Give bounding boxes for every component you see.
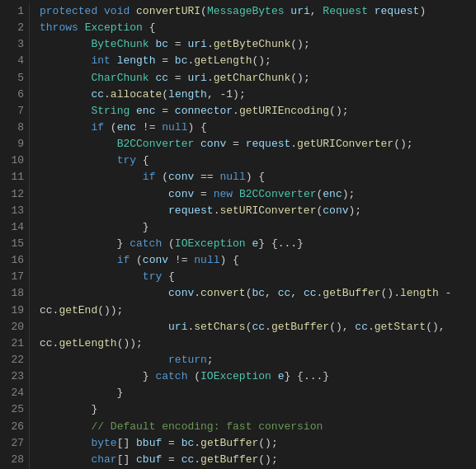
method-token: length bbox=[400, 287, 439, 299]
kw-token: null bbox=[219, 171, 245, 183]
plain-token bbox=[130, 5, 136, 17]
var-token: conv bbox=[168, 188, 194, 200]
code-line: } bbox=[40, 385, 469, 401]
plain-token: ) { bbox=[220, 254, 239, 266]
plain-token: = bbox=[162, 437, 181, 449]
method-token: getLength bbox=[59, 337, 116, 349]
plain-token: . bbox=[104, 88, 111, 101]
var-token: conv bbox=[168, 171, 194, 183]
method-token: getLength bbox=[194, 54, 252, 67]
code-line: } bbox=[40, 219, 469, 236]
plain-token: ) { bbox=[187, 121, 206, 134]
plain-token: , bbox=[265, 287, 278, 299]
plain-token: , bbox=[310, 5, 323, 17]
plain-token bbox=[97, 5, 104, 17]
var-token: cbuf bbox=[136, 453, 162, 466]
line-number: 7 bbox=[5, 103, 24, 120]
plain-token bbox=[40, 188, 168, 200]
var-token: e bbox=[278, 370, 285, 382]
plain-token bbox=[40, 154, 117, 166]
line-number: 13 bbox=[5, 203, 24, 219]
var-token: connector bbox=[175, 105, 233, 117]
plain-token: { bbox=[143, 21, 156, 34]
plain-token: , bbox=[290, 287, 304, 299]
plain-token: (), bbox=[329, 321, 355, 333]
kw-token: throws bbox=[40, 21, 78, 34]
code-line: return; bbox=[40, 352, 469, 368]
plain-token bbox=[40, 254, 117, 266]
type-token: B2CConverter bbox=[117, 138, 195, 150]
code-line: char[] cbuf = cc.getBuffer(); bbox=[40, 452, 469, 468]
line-number: 20 bbox=[5, 319, 24, 335]
code-line: if (conv == null) { bbox=[40, 169, 469, 185]
plain-token: (); bbox=[329, 105, 348, 117]
line-number: 8 bbox=[5, 120, 24, 136]
plain-token bbox=[40, 204, 168, 217]
type-token: MessageBytes bbox=[207, 5, 285, 17]
plain-token bbox=[40, 54, 91, 67]
var-token: length bbox=[117, 54, 156, 67]
line-number: 4 bbox=[5, 53, 24, 69]
var-token: cc bbox=[278, 287, 291, 299]
line-number-gutter: 1234567891011121314151617181920212223242… bbox=[0, 3, 30, 469]
var-token: uri bbox=[290, 5, 309, 17]
var-token: uri bbox=[187, 72, 206, 84]
code-line: if (enc != null) { bbox=[40, 120, 469, 136]
line-number: 24 bbox=[5, 385, 24, 401]
code-line: B2CConverter conv = request.getURIConver… bbox=[40, 136, 469, 152]
var-token: bc bbox=[155, 38, 168, 50]
kw-token: try bbox=[143, 270, 162, 283]
plain-token: (); bbox=[290, 38, 309, 50]
comment-token: // Default encoding: fast conversion bbox=[91, 420, 323, 433]
method-token: getByteChunk bbox=[214, 38, 291, 50]
type-token: String bbox=[91, 105, 130, 117]
method-token: getBuffer bbox=[200, 453, 258, 466]
var-token: cc bbox=[155, 72, 168, 84]
plain-token: . bbox=[368, 321, 375, 333]
plain-token bbox=[40, 121, 91, 134]
var-token: conv bbox=[168, 287, 194, 299]
plain-token: (); bbox=[290, 72, 309, 84]
plain-token bbox=[130, 105, 136, 117]
plain-token: ( bbox=[162, 237, 175, 250]
plain-token bbox=[40, 171, 143, 183]
plain-token bbox=[111, 54, 117, 67]
var-token: conv bbox=[200, 138, 226, 150]
type-token: IOException bbox=[200, 370, 271, 382]
exception-token: Exception bbox=[85, 21, 143, 34]
plain-token: ; bbox=[207, 354, 214, 366]
plain-token: - bbox=[439, 287, 452, 299]
var-token: cc bbox=[304, 287, 317, 299]
code-line: if (conv != null) { bbox=[40, 252, 469, 269]
code-line: } catch (IOException e} {...} bbox=[40, 368, 469, 385]
method-token: getBuffer bbox=[271, 321, 329, 333]
plain-token: } bbox=[40, 237, 130, 250]
line-number: 9 bbox=[5, 136, 24, 152]
plain-token bbox=[40, 287, 168, 299]
plain-token bbox=[40, 321, 168, 333]
type-token: IOException bbox=[175, 237, 246, 250]
plain-token: , -1); bbox=[207, 88, 246, 101]
method-token: getBuffer bbox=[200, 437, 258, 449]
plain-token: ) bbox=[419, 5, 426, 17]
kw-token: byte bbox=[91, 437, 116, 449]
plain-token: ()); bbox=[97, 304, 123, 317]
code-editor: 1234567891011121314151617181920212223242… bbox=[0, 0, 476, 469]
plain-token: . bbox=[207, 72, 214, 84]
plain-token: ( bbox=[130, 254, 143, 266]
line-number: 1 bbox=[5, 3, 24, 20]
kw-token: int bbox=[91, 54, 110, 67]
plain-token: (), bbox=[426, 321, 445, 333]
plain-token bbox=[271, 370, 278, 382]
plain-token: } bbox=[40, 221, 149, 233]
plain-token: . bbox=[207, 38, 214, 50]
plain-token bbox=[40, 437, 91, 449]
plain-token: (). bbox=[381, 287, 400, 299]
plain-token: = bbox=[168, 72, 187, 84]
line-number: 11 bbox=[5, 169, 24, 185]
line-number: 26 bbox=[5, 419, 24, 435]
code-area[interactable]: protected void convertURI(MessageBytes u… bbox=[30, 3, 476, 469]
line-number: 6 bbox=[5, 87, 24, 103]
var-token: enc bbox=[136, 105, 155, 117]
plain-token: ( bbox=[104, 121, 117, 134]
